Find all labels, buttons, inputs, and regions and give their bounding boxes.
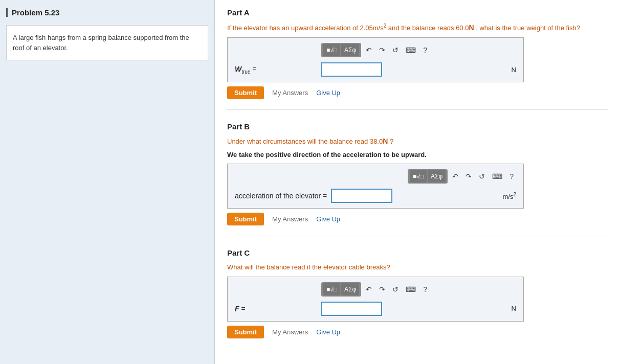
part-c-toolbar: ■√□ AΣφ ↶ ↷ ↺ ⌨ ? (235, 282, 516, 297)
part-c-toolbar-group1: ■√□ AΣφ (321, 282, 361, 297)
part-c-reset-btn[interactable]: ↺ (390, 284, 401, 295)
part-c-alpha-btn[interactable]: AΣφ (341, 283, 359, 295)
part-c-answer-box: ■√□ AΣφ ↶ ↷ ↺ ⌨ ? F = N (227, 277, 524, 322)
part-b-section: Part B Under what circumstances will the… (227, 122, 608, 236)
part-b-undo-btn[interactable]: ↶ (450, 171, 461, 182)
part-b-actions: Submit My Answers Give Up (227, 213, 608, 225)
part-a-question: If the elevator has an upward accelerati… (227, 22, 608, 33)
part-b-radical-btn[interactable]: ■√□ (410, 170, 427, 183)
problem-title: Problem 5.23 (6, 8, 208, 17)
part-b-answer-label: acceleration of the elevator = (235, 192, 327, 200)
part-a-redo-btn[interactable]: ↷ (377, 44, 388, 56)
part-b-note: We take the positive direction of the ac… (227, 151, 608, 158)
part-b-my-answers-link[interactable]: My Answers (272, 215, 308, 223)
part-a-answer-row: Wtrue = N (235, 62, 516, 77)
part-a-section: Part A If the elevator has an upward acc… (227, 8, 608, 110)
part-b-keyboard-btn[interactable]: ⌨ (490, 171, 505, 182)
part-b-unit: m/s2 (502, 192, 516, 200)
part-b-answer-row: acceleration of the elevator = m/s2 (235, 189, 516, 203)
part-b-help-btn[interactable]: ? (507, 171, 516, 182)
part-a-toolbar-group1: ■√□ AΣφ (321, 43, 361, 57)
part-a-toolbar: ■√□ AΣφ ↶ ↷ ↺ ⌨ ? (235, 43, 516, 57)
part-a-unit: N (512, 66, 516, 74)
part-c-submit-btn[interactable]: Submit (227, 326, 264, 338)
part-b-alpha-btn[interactable]: AΣφ (428, 170, 446, 183)
part-c-keyboard-btn[interactable]: ⌨ (403, 284, 418, 295)
part-a-reset-btn[interactable]: ↺ (390, 44, 401, 56)
part-c-help-btn[interactable]: ? (420, 284, 430, 295)
part-a-actions: Submit My Answers Give Up (227, 86, 608, 99)
part-a-radical-btn[interactable]: ■√□ (323, 44, 340, 56)
sidebar: Problem 5.23 A large fish hangs from a s… (0, 0, 215, 364)
part-c-unit: N (512, 305, 516, 312)
part-c-title: Part C (227, 248, 608, 257)
part-c-question: What will the balance read if the elevat… (227, 262, 608, 272)
part-c-redo-btn[interactable]: ↷ (377, 284, 388, 295)
part-b-answer-box: ■√□ AΣφ ↶ ↷ ↺ ⌨ ? acceleration of the el… (227, 164, 524, 209)
problem-description: A large fish hangs from a spring balance… (6, 25, 208, 60)
part-b-redo-btn[interactable]: ↷ (463, 171, 474, 182)
part-c-section: Part C What will the balance read if the… (227, 248, 608, 349)
part-b-question: Under what circumstances will the balanc… (227, 136, 608, 147)
part-a-submit-btn[interactable]: Submit (227, 86, 264, 99)
part-b-title: Part B (227, 122, 608, 131)
part-a-keyboard-btn[interactable]: ⌨ (403, 44, 418, 56)
part-c-actions: Submit My Answers Give Up (227, 326, 608, 338)
part-a-undo-btn[interactable]: ↶ (363, 44, 374, 56)
part-c-undo-btn[interactable]: ↶ (363, 284, 374, 295)
part-b-submit-btn[interactable]: Submit (227, 213, 264, 225)
part-a-help-btn[interactable]: ? (420, 44, 430, 56)
part-a-title: Part A (227, 8, 608, 17)
part-c-answer-label: F = (235, 305, 317, 313)
part-c-give-up-link[interactable]: Give Up (316, 328, 340, 336)
part-a-give-up-link[interactable]: Give Up (316, 89, 340, 97)
main-content: Part A If the elevator has an upward acc… (215, 0, 620, 364)
part-b-input[interactable] (331, 189, 392, 203)
part-b-reset-btn[interactable]: ↺ (476, 171, 488, 182)
part-c-input[interactable] (321, 302, 382, 316)
part-a-input[interactable] (321, 62, 382, 77)
part-c-my-answers-link[interactable]: My Answers (272, 328, 308, 336)
part-a-alpha-btn[interactable]: AΣφ (341, 44, 359, 56)
part-b-toolbar-group1: ■√□ AΣφ (408, 169, 448, 184)
part-a-answer-box: ■√□ AΣφ ↶ ↷ ↺ ⌨ ? Wtrue = N (227, 37, 524, 82)
part-c-radical-btn[interactable]: ■√□ (323, 283, 340, 295)
part-c-answer-row: F = N (235, 302, 516, 316)
part-a-my-answers-link[interactable]: My Answers (272, 89, 308, 97)
part-b-give-up-link[interactable]: Give Up (316, 215, 340, 223)
part-b-toolbar: ■√□ AΣφ ↶ ↷ ↺ ⌨ ? (235, 169, 516, 184)
part-a-answer-label: Wtrue = (235, 65, 317, 75)
